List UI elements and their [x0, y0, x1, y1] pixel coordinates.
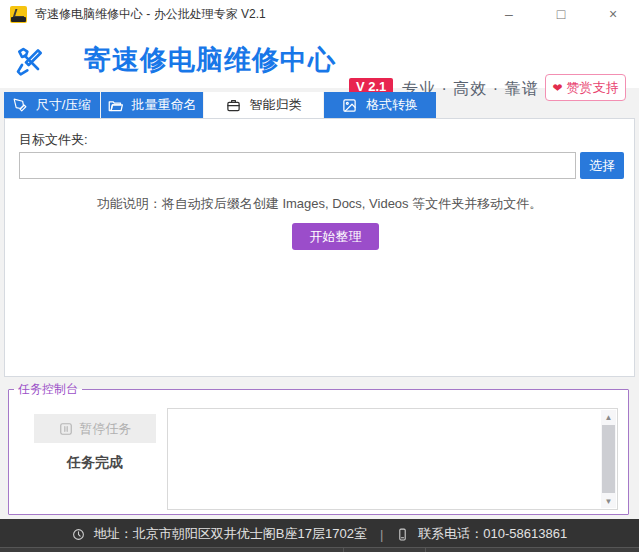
window-title: 寄速修电脑维修中心 - 办公批处理专家 V2.1 [35, 6, 266, 23]
tab-format-convert[interactable]: 格式转换 [324, 92, 436, 118]
phone-icon [396, 528, 409, 541]
pause-label: 暂停任务 [80, 420, 132, 438]
pause-task-button[interactable]: 暂停任务 [34, 414, 156, 443]
donate-button[interactable]: ❤ 赞赏支持 [545, 74, 626, 101]
task-status-text: 任务完成 [34, 454, 156, 472]
app-header: 寄速修电脑维修中心 V 2.1 专业 · 高效 · 靠谱 ❤ 赞赏支持 [0, 28, 639, 88]
scroll-down-icon[interactable]: ▼ [601, 494, 616, 508]
tab-smart-sort[interactable]: 智能归类 [204, 92, 323, 118]
footer-bottom-strip [0, 547, 639, 552]
clock-icon [72, 528, 85, 541]
pen-icon [13, 98, 27, 112]
start-sort-button[interactable]: 开始整理 [292, 223, 379, 250]
scrollbar-thumb[interactable] [602, 425, 615, 493]
tab-label: 批量重命名 [132, 96, 197, 114]
footer-separator: | [376, 527, 387, 542]
footer-phone: 联系电话：010-58613861 [418, 525, 567, 543]
choose-folder-button[interactable]: 选择 [580, 152, 624, 179]
heart-icon: ❤ [552, 81, 562, 95]
footer-bar: 地址：北京市朝阳区双井优士阁B座17层1702室 | 联系电话：010-5861… [0, 519, 639, 552]
tab-bar: 尺寸/压缩 批量重命名 智能归类 格式转换 [4, 92, 436, 118]
tab-label: 尺寸/压缩 [36, 96, 92, 114]
maximize-button[interactable]: □ [535, 0, 587, 28]
donate-label: 赞赏支持 [567, 79, 619, 97]
image-icon [342, 98, 357, 113]
target-folder-label: 目标文件夹: [19, 131, 88, 149]
task-console: 任务控制台 暂停任务 任务完成 ▲ ▼ [8, 381, 629, 515]
task-log-area[interactable]: ▲ ▼ [167, 408, 618, 510]
smart-sort-panel: 目标文件夹: 选择 功能说明：将自动按后缀名创建 Images, Docs, V… [4, 118, 635, 377]
log-scrollbar[interactable]: ▲ ▼ [601, 410, 616, 508]
folder-icon [108, 98, 123, 113]
window-controls: – □ × [483, 0, 639, 28]
scroll-up-icon[interactable]: ▲ [601, 410, 616, 424]
minimize-button[interactable]: – [483, 0, 535, 28]
strip-divider [425, 548, 426, 552]
briefcase-icon [226, 98, 241, 113]
close-button[interactable]: × [587, 0, 639, 28]
target-folder-input[interactable] [19, 152, 576, 179]
feature-description: 功能说明：将自动按后缀名创建 Images, Docs, Videos 等文件夹… [5, 195, 634, 213]
tools-icon [14, 45, 46, 81]
tab-label: 格式转换 [366, 96, 418, 114]
app-window: 寄速修电脑维修中心 - 办公批处理专家 V2.1 – □ × 寄速修电脑维修中心… [0, 0, 639, 552]
footer-address: 地址：北京市朝阳区双井优士阁B座17层1702室 [94, 525, 367, 543]
strip-divider [343, 548, 344, 552]
app-logo-icon [10, 6, 27, 23]
tab-batch-rename[interactable]: 批量重命名 [101, 92, 203, 118]
footer-contact-line: 地址：北京市朝阳区双井优士阁B座17层1702室 | 联系电话：010-5861… [0, 525, 639, 543]
app-title: 寄速修电脑维修中心 [84, 42, 336, 78]
pause-icon [59, 422, 73, 436]
task-log-text [170, 411, 600, 507]
title-bar: 寄速修电脑维修中心 - 办公批处理专家 V2.1 – □ × [0, 0, 639, 28]
tab-size-compress[interactable]: 尺寸/压缩 [4, 92, 100, 118]
tab-label: 智能归类 [250, 96, 302, 114]
task-console-legend: 任务控制台 [14, 381, 82, 398]
